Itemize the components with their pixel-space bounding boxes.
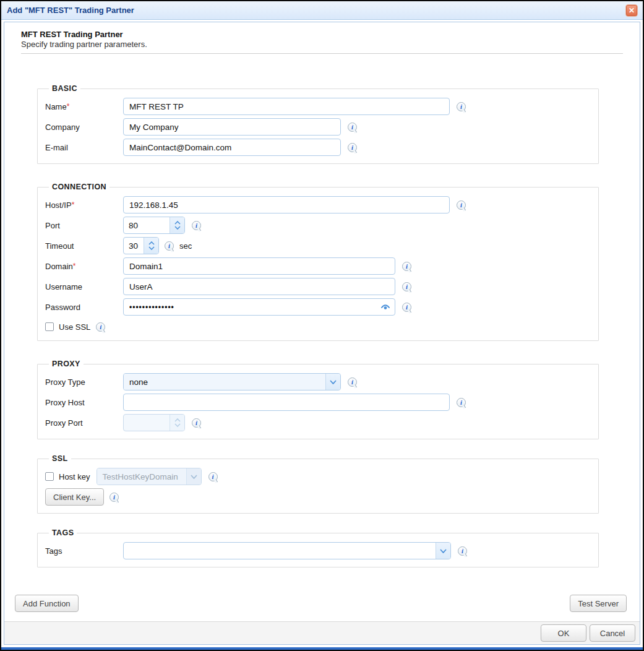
company-label: Company (45, 123, 123, 132)
email-input[interactable] (123, 139, 341, 156)
spinner-arrows-icon (170, 415, 184, 431)
password-input[interactable] (123, 298, 395, 316)
email-row: E-mail i (45, 139, 592, 156)
proxy-port-input (124, 415, 170, 431)
dialog-title: Add "MFT REST" Trading Partner (7, 6, 134, 15)
username-label: Username (45, 282, 123, 291)
dialog-footer: OK Cancel (4, 621, 640, 644)
chevron-down-icon[interactable] (436, 543, 450, 559)
info-icon[interactable]: i (348, 377, 357, 387)
info-icon[interactable]: i (348, 143, 357, 152)
tags-legend: TAGS (49, 528, 77, 537)
port-label: Port (45, 221, 123, 230)
spinner-arrows-icon[interactable] (170, 217, 184, 233)
host-key-combo: TestHostKeyDomain (97, 468, 202, 485)
proxy-legend: PROXY (49, 360, 84, 368)
ssl-section: SSL Host key TestHostKeyDomain i Client … (37, 454, 599, 514)
client-key-button[interactable]: Client Key... (45, 488, 104, 506)
proxy-section: PROXY Proxy Type none i Proxy Host i (37, 360, 599, 439)
chevron-down-icon[interactable] (325, 374, 340, 390)
dialog-window: Add "MFT REST" Trading Partner ✕ MFT RES… (0, 0, 644, 651)
password-row: Password i (45, 298, 592, 316)
titlebar: Add "MFT REST" Trading Partner ✕ (1, 1, 643, 20)
password-field (123, 298, 395, 316)
domain-label: Domain* (45, 262, 123, 271)
timeout-row: Timeout i sec (45, 237, 592, 254)
host-key-value: TestHostKeyDomain (97, 468, 186, 485)
info-icon[interactable]: i (402, 282, 411, 291)
basic-legend: BASIC (49, 84, 80, 93)
required-asterisk: * (72, 200, 75, 209)
timeout-spinner[interactable] (123, 237, 159, 254)
form-subtitle: Specify trading partner parameters. (21, 40, 623, 49)
tags-value (124, 543, 436, 559)
cancel-button[interactable]: Cancel (590, 624, 635, 642)
proxy-port-row: Proxy Port i (45, 414, 592, 431)
host-key-checkbox[interactable] (45, 472, 54, 481)
required-asterisk: * (73, 262, 76, 270)
timeout-unit: sec (179, 241, 192, 251)
timeout-label: Timeout (45, 241, 123, 251)
proxy-host-input[interactable] (123, 394, 450, 411)
info-icon[interactable]: i (457, 398, 466, 407)
proxy-port-label: Proxy Port (45, 418, 123, 428)
close-icon[interactable]: ✕ (625, 4, 638, 17)
info-icon[interactable]: i (192, 418, 201, 428)
info-icon[interactable]: i (96, 322, 105, 332)
test-server-button[interactable]: Test Server (570, 595, 627, 612)
proxy-type-row: Proxy Type none i (45, 373, 592, 390)
use-ssl-row: Use SSL i (45, 321, 592, 333)
info-icon[interactable]: i (402, 262, 411, 271)
host-label: Host/IP* (45, 200, 123, 210)
form-title: MFT REST Trading Partner (21, 30, 623, 39)
proxy-host-row: Proxy Host i (45, 394, 592, 411)
host-input[interactable] (123, 196, 450, 213)
tags-label: Tags (45, 546, 123, 556)
chevron-down-icon (186, 468, 201, 485)
info-icon[interactable]: i (208, 472, 218, 481)
host-row: Host/IP* i (45, 196, 592, 213)
form-content: MFT REST Trading Partner Specify trading… (4, 22, 640, 621)
info-icon[interactable]: i (192, 221, 201, 230)
username-row: Username i (45, 278, 592, 295)
ssl-legend: SSL (49, 454, 71, 463)
info-icon[interactable]: i (458, 546, 467, 556)
timeout-input[interactable] (124, 238, 144, 254)
port-spinner[interactable] (123, 217, 185, 234)
info-icon[interactable]: i (457, 200, 466, 210)
password-label: Password (45, 303, 123, 312)
info-icon[interactable]: i (348, 123, 357, 132)
domain-input[interactable] (123, 257, 395, 275)
spinner-arrows-icon[interactable] (144, 238, 158, 254)
email-label: E-mail (45, 143, 123, 152)
dialog-panel: MFT REST Trading Partner Specify trading… (4, 22, 640, 645)
required-asterisk: * (67, 102, 70, 111)
use-ssl-checkbox[interactable] (45, 322, 54, 331)
client-key-row: Client Key... i (45, 488, 592, 506)
ok-button[interactable]: OK (541, 624, 586, 642)
add-function-button[interactable]: Add Function (15, 595, 79, 612)
username-input[interactable] (123, 278, 395, 295)
info-icon[interactable]: i (165, 241, 174, 251)
domain-row: Domain* i (45, 257, 592, 275)
info-icon[interactable]: i (109, 493, 119, 502)
info-icon[interactable]: i (402, 303, 411, 312)
tags-section: TAGS Tags i (37, 528, 599, 567)
info-icon[interactable]: i (457, 102, 466, 111)
tags-combo[interactable] (123, 542, 451, 559)
form-header: MFT REST Trading Partner Specify trading… (21, 30, 623, 54)
host-key-row: Host key TestHostKeyDomain i (45, 468, 592, 485)
port-row: Port i (45, 217, 592, 234)
proxy-port-spinner (123, 414, 185, 431)
name-label: Name* (45, 102, 123, 111)
port-input[interactable] (124, 217, 170, 233)
proxy-type-combo[interactable]: none (123, 373, 341, 390)
connection-section: CONNECTION Host/IP* i Port i (37, 183, 599, 341)
connection-legend: CONNECTION (49, 183, 109, 191)
name-row: Name* i (45, 98, 592, 115)
basic-section: BASIC Name* i Company i E-mail i (37, 84, 599, 164)
show-password-eye-icon[interactable] (380, 303, 390, 313)
proxy-type-label: Proxy Type (45, 377, 123, 387)
name-input[interactable] (123, 98, 450, 115)
company-input[interactable] (123, 118, 341, 136)
